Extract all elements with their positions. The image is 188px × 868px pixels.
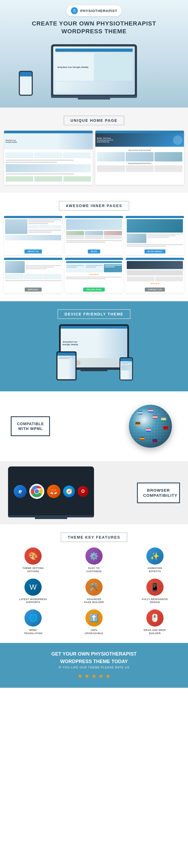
star-4: ★ (98, 673, 104, 680)
upgradable-icon: ⬆️ (85, 610, 103, 627)
features-title: THEME KEY FEATURES (61, 532, 127, 542)
feature-wpml: 🌐 WPMLTRANSLATION (5, 610, 61, 635)
inner-page-card-5: ★★★★★ PRICING PAGE (65, 258, 123, 293)
feature-animation: ✨ ANIMATIONEFFECTS (127, 548, 183, 573)
opera-icon: O (78, 486, 88, 497)
safari-icon: 🧭 (63, 486, 75, 497)
footer-cta-title-line1: GET YOUR OWN PHYSIOTHERAPIST (5, 651, 183, 657)
header-section: PHYSIOTHERAPIST CREATE YOUR OWN PHYSIOTH… (0, 0, 188, 107)
svg-point-1 (74, 10, 75, 12)
preview-hero-text: Bring Back YourStrength, Mobility (6, 140, 17, 143)
feature-drag-drop: 🖱️ DRAG AND DROPBUILDER (127, 610, 183, 635)
feature-label-wpml: WPMLTRANSLATION (24, 629, 43, 635)
preview-nav (95, 131, 184, 133)
inner-page-card-4: SERVICES (4, 258, 62, 293)
feature-label-drag-drop: DRAG AND DROPBUILDER (144, 629, 166, 635)
animation-icon: ✨ (146, 548, 164, 565)
features-title-wrapper: THEME KEY FEATURES (5, 527, 183, 542)
home-page-section: Bring Back YourStrength, Mobility (0, 131, 188, 193)
preview-hero: Bring Back YourStrength, Mobility (4, 133, 93, 149)
logo-icon (71, 7, 78, 14)
footer-cta: GET YOUR OWN PHYSIOTHERAPIST WORDPRESS T… (0, 643, 188, 688)
inner-page-card-2: BLOG (65, 216, 123, 255)
inner-page-card-3: BLOG SINGLE (126, 216, 184, 255)
phone-mockup-left (19, 71, 33, 96)
browser-text-box: BROWSER COMPATIBILITY (137, 483, 180, 503)
inner-btn-about: ABOUT US (24, 249, 42, 253)
drag-drop-icon: 🖱️ (146, 610, 164, 627)
easy-customize-icon: ⚙️ (85, 548, 103, 565)
logo-text: PHYSIOTHERAPIST (80, 9, 117, 13)
inner-pages-title-wrapper: AWESOME INNER PAGES (0, 193, 188, 216)
feature-label-upgradable: 100%UPGRADABLE (85, 629, 103, 635)
tablet-mockup (56, 351, 77, 380)
inner-pages-title: AWESOME INNER PAGES (59, 201, 129, 211)
star-5: ★ (105, 673, 111, 680)
feature-label-easy-customize: EASY TOCUSTOMIZE (86, 567, 102, 573)
preview-row (6, 160, 74, 161)
inner-pages-section: ABOUT US (0, 216, 188, 301)
browser-icons-display: e (11, 481, 91, 502)
device-section: DEVICE FRIENDLY THEME (0, 301, 188, 391)
feature-label-theme-setting: THEME SETTINGOPTIONS (23, 567, 44, 573)
theme-setting-icon: 🎨 (24, 548, 42, 565)
feature-page-builder: 🛠️ ADVANCEDPAGE BUILDER (66, 579, 122, 604)
inner-btn-contact: CONTACT US (145, 287, 165, 291)
feature-responsive: 📱 FULLY RESPONSIVEDESIGN (127, 579, 183, 604)
header-mockup: Bring Back Your Strength, Mobility (5, 40, 183, 99)
preview-icon (6, 176, 33, 182)
device-title-wrapper: DEVICE FRIENDLY THEME (4, 309, 184, 324)
preview-content (4, 149, 93, 185)
device-mockups: Bring Back YourStrength, Mobility (4, 324, 184, 383)
inner-page-card-6: ★★★★★ CONTACT US (126, 258, 184, 293)
inner-btn-blog: BLOG (88, 249, 100, 253)
inner-btn-services: SERVICES (25, 287, 42, 291)
screen-hero-text: Bring Back Your Strength, Mobility (57, 66, 88, 68)
inner-btn-blog-single: BLOG SINGLE (144, 249, 165, 253)
globe (129, 405, 172, 448)
wpml-section: COMPATIBLE WITH WPML (0, 391, 188, 461)
inner-btn-pricing: PRICING PAGE (83, 287, 105, 291)
chrome-icon (29, 484, 44, 499)
header-title: CREATE YOUR OWN PHYSIOTHERAPIST WORDPRES… (5, 20, 183, 35)
browser-label-line1: BROWSER (143, 488, 174, 493)
home-page-title-wrapper: UNIQUE HOME PAGE (0, 107, 188, 131)
home-preview-right: Mobility - Neck GuardPhysiotherapy Devic… (95, 131, 184, 185)
wpml-label-line1: COMPATIBLE (17, 422, 44, 426)
feature-easy-customize: ⚙️ EASY TOCUSTOMIZE (66, 548, 122, 573)
home-preview-left: Bring Back YourStrength, Mobility (4, 131, 93, 185)
footer-cta-sub: IF YOU LIKE OUR THEME PLEASE RATE US (5, 666, 183, 669)
globe-container (124, 399, 177, 453)
star-1: ★ (77, 673, 83, 680)
wpml-icon: 🌐 (24, 610, 42, 627)
browser-laptop-base (8, 515, 94, 518)
svg-point-4 (35, 489, 39, 494)
feature-label-animation: ANIMATIONEFFECTS (147, 567, 162, 573)
preview-icon (6, 153, 33, 158)
feature-label-page-builder: ADVANCEDPAGE BUILDER (84, 598, 104, 604)
wpml-box: COMPATIBLE WITH WPML (11, 416, 50, 436)
device-title: DEVICE FRIENDLY THEME (57, 309, 130, 319)
preview-icon (63, 153, 91, 158)
stars-row: ★ ★ ★ ★ ★ (5, 673, 183, 680)
wordpress-icon: W (24, 579, 42, 596)
browser-laptop-foot (35, 518, 67, 519)
feature-wordpress: W LATEST WORDPRESSSUPPORTS (5, 579, 61, 604)
browser-section: e (0, 461, 188, 524)
preview-row (6, 162, 57, 163)
features-section: THEME KEY FEATURES 🎨 THEME SETTINGOPTION… (0, 524, 188, 643)
footer-cta-title-line2: WORDPRESS THEME TODAY (5, 658, 183, 665)
preview-nav (4, 131, 93, 133)
preview-content: This Is An Easy To See Our Service Popul… (95, 147, 184, 174)
logo-badge: PHYSIOTHERAPIST (66, 5, 122, 16)
feature-upgradable: ⬆️ 100%UPGRADABLE (66, 610, 122, 635)
browser-label-line2: COMPATIBILITY (143, 493, 174, 498)
preview-icon (34, 153, 62, 158)
flag-dots (129, 405, 172, 448)
browser-laptop: e (8, 466, 94, 519)
star-3: ★ (91, 673, 97, 680)
preview-icon (34, 176, 62, 182)
feature-label-responsive: FULLY RESPONSIVEDESIGN (142, 598, 168, 604)
inner-pages-grid: ABOUT US (4, 216, 184, 293)
star-2: ★ (84, 673, 90, 680)
